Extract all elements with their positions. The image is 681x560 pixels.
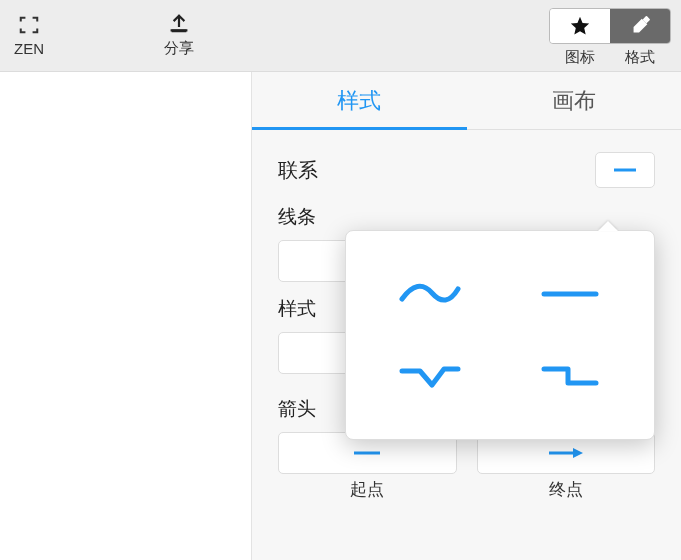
star-icon	[569, 15, 591, 37]
arrow-end-label: 终点	[477, 478, 656, 501]
line-type-popover	[345, 230, 655, 440]
arrow-start-label: 起点	[278, 478, 457, 501]
tab-style[interactable]: 样式	[252, 72, 467, 129]
seg-format-label: 格式	[610, 48, 670, 67]
topbar: ZEN 分享 图标 格式	[0, 0, 681, 72]
arrow-end-icon	[547, 447, 585, 459]
topbar-right-group: 图标 格式	[549, 8, 671, 67]
paintbrush-icon	[629, 15, 651, 37]
icon-format-segmented	[549, 8, 671, 44]
tab-canvas[interactable]: 画布	[467, 72, 682, 129]
line-type-bracket[interactable]	[503, 339, 637, 413]
line-type-wave[interactable]	[363, 257, 497, 331]
canvas-area[interactable]	[0, 72, 251, 560]
share-button[interactable]: 分享	[164, 13, 194, 58]
arrow-none-start-icon	[350, 449, 384, 457]
svg-rect-0	[172, 30, 187, 33]
line-type-straight[interactable]	[503, 257, 637, 331]
relation-row: 联系	[278, 152, 655, 188]
zen-button[interactable]: ZEN	[14, 14, 44, 57]
relation-label: 联系	[278, 157, 318, 184]
line-type-zigzag[interactable]	[363, 339, 497, 413]
share-label: 分享	[164, 39, 194, 58]
zen-label: ZEN	[14, 40, 44, 57]
fullscreen-icon	[17, 14, 41, 36]
seg-labels: 图标 格式	[550, 48, 670, 67]
topbar-left-group: ZEN 分享	[0, 13, 194, 58]
seg-icon-label: 图标	[550, 48, 610, 67]
line-straight-icon	[612, 167, 638, 173]
panel-tabs: 样式 画布	[252, 72, 681, 130]
share-icon	[167, 13, 191, 35]
seg-format[interactable]	[610, 9, 670, 43]
seg-icon[interactable]	[550, 9, 610, 43]
relation-line-type-button[interactable]	[595, 152, 655, 188]
